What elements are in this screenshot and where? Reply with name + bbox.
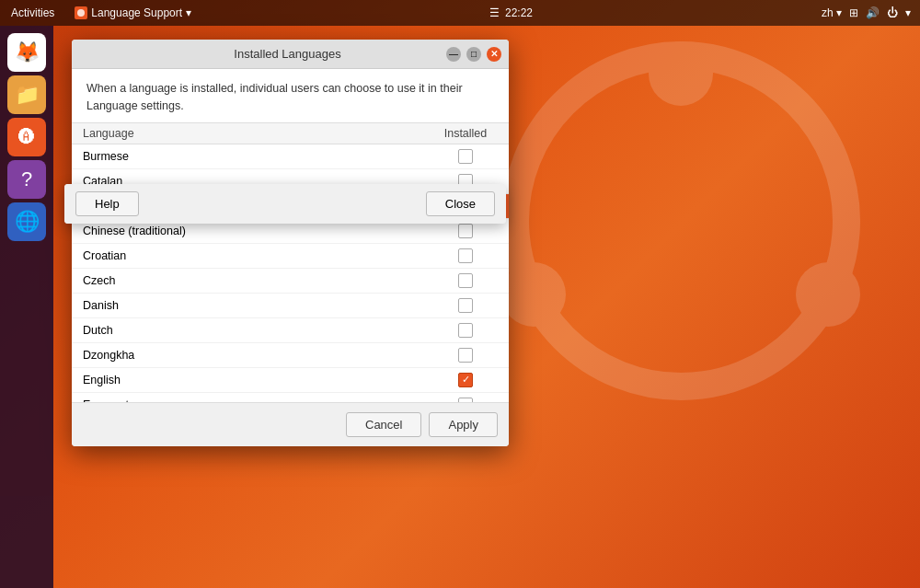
lang-name: Dutch [83, 324, 433, 337]
maximize-button[interactable]: □ [466, 47, 481, 62]
lang-check-col [433, 149, 498, 164]
lang-checkbox[interactable] [458, 273, 473, 288]
lang-row[interactable]: Dzongkha [72, 343, 509, 368]
sidebar: 🦊 📁 🅐 ? 🌐 [0, 26, 53, 588]
lang-checkbox[interactable] [458, 373, 473, 387]
volume-icon: 🔊 [866, 6, 880, 19]
close-dialog-button[interactable]: ✕ [487, 47, 501, 62]
topbar-right: zh ▾ ⊞ 🔊 ⏻ ▾ [822, 6, 920, 19]
app-menu[interactable]: Language Support ▾ [65, 0, 201, 26]
dialog-footer: Cancel Apply [72, 402, 509, 446]
lang-name: English [83, 374, 433, 386]
locale-indicator[interactable]: zh ▾ [822, 6, 842, 19]
close-button[interactable]: Close [426, 191, 495, 216]
language-list[interactable]: BurmeseCatalanChinese (simplified)Chines… [72, 144, 509, 402]
lang-row[interactable]: Czech [72, 269, 509, 294]
svg-point-0 [77, 9, 85, 17]
lang-checkbox[interactable] [458, 398, 473, 402]
minimize-button[interactable]: — [446, 47, 461, 62]
lang-name: Esperanto [83, 398, 433, 402]
parent-dialog-footer: Help Close [64, 184, 506, 224]
lang-check-col [433, 373, 498, 387]
apply-button[interactable]: Apply [429, 412, 498, 437]
parent-dialog: Help Close [64, 184, 506, 224]
sidebar-item-firefox[interactable]: 🦊 [7, 33, 46, 72]
col-installed-header: Installed [433, 127, 498, 140]
lang-check-col [433, 323, 498, 338]
power-icon: ⏻ [887, 6, 898, 19]
network-icon: ⊞ [849, 6, 858, 19]
lang-check-col [433, 248, 498, 263]
sidebar-item-help[interactable]: ? [7, 160, 46, 199]
lang-name: Croatian [83, 249, 433, 262]
lang-check-col [433, 348, 498, 363]
lang-name: Chinese (traditional) [83, 225, 433, 237]
lang-check-col [433, 273, 498, 288]
dialog-backdrop: Installed Languages — □ ✕ When a languag… [53, 26, 920, 588]
topbar-center: ☰ 22:22 [201, 6, 822, 19]
lang-row[interactable]: Burmese [72, 144, 509, 169]
lang-check-col [433, 398, 498, 402]
lang-name: Dzongkha [83, 349, 433, 362]
sidebar-item-app-center[interactable]: 🅐 [7, 118, 46, 156]
dialog-controls: — □ ✕ [446, 47, 501, 62]
dialog-description: When a language is installed, individual… [72, 69, 509, 122]
app-menu-arrow: ▾ [186, 6, 191, 19]
power-arrow: ▾ [905, 6, 911, 19]
lang-name: Czech [83, 274, 433, 287]
lang-row[interactable]: Danish [72, 294, 509, 318]
lang-name: Danish [83, 299, 433, 312]
lang-checkbox[interactable] [458, 224, 473, 238]
lang-checkbox[interactable] [458, 323, 473, 338]
lang-row[interactable]: Esperanto [72, 393, 509, 402]
lang-checkbox[interactable] [458, 298, 473, 313]
app-menu-label: Language Support [91, 6, 182, 19]
activities-label: Activities [11, 6, 54, 19]
sidebar-item-browser[interactable]: 🌐 [7, 202, 46, 241]
dialog-title: Installed Languages [129, 47, 446, 61]
lang-name: Burmese [83, 150, 433, 163]
lang-checkbox[interactable] [458, 149, 473, 164]
lang-row[interactable]: English [72, 368, 509, 393]
lang-check-col [433, 224, 498, 238]
topbar: Activities Language Support ▾ ☰ 22:22 zh… [0, 0, 920, 26]
lang-checkbox[interactable] [458, 248, 473, 263]
lang-row[interactable]: Dutch [72, 318, 509, 343]
topbar-time: 22:22 [505, 6, 533, 19]
dialog-titlebar: Installed Languages — □ ✕ [72, 40, 509, 69]
activities-button[interactable]: Activities [0, 0, 65, 26]
help-button[interactable]: Help [75, 191, 139, 216]
sidebar-item-files[interactable]: 📁 [7, 75, 46, 114]
topbar-menu-icon: ☰ [489, 6, 500, 19]
installed-languages-dialog: Installed Languages — □ ✕ When a languag… [72, 40, 509, 446]
lang-checkbox[interactable] [458, 348, 473, 363]
col-lang-header: Language [83, 127, 433, 140]
lang-row[interactable]: Croatian [72, 244, 509, 269]
cancel-button[interactable]: Cancel [346, 412, 421, 437]
description-text: When a language is installed, individual… [86, 82, 463, 112]
lang-table-header: Language Installed [72, 122, 509, 144]
lang-check-col [433, 298, 498, 313]
app-icon [75, 6, 87, 19]
